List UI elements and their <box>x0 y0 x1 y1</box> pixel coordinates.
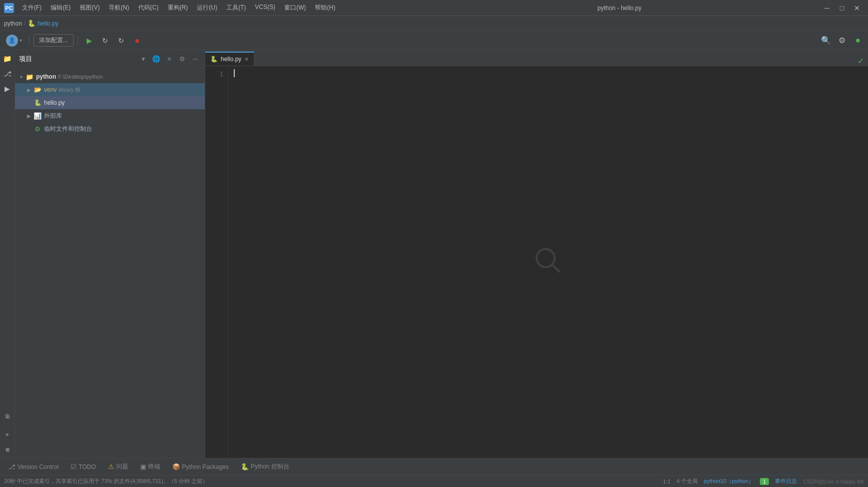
arrow-python-root: ▾ <box>17 73 25 81</box>
tree-label-temp: 临时文件和控制台 <box>44 125 92 133</box>
terminal-icon: ▣ <box>140 463 146 470</box>
editor-tab-hello-py[interactable]: 🐍 hello.py ✕ <box>205 52 254 66</box>
arrow-venv: ▶ <box>25 86 33 94</box>
temp-icon: ⚙ <box>33 124 42 133</box>
event-count-badge: 1 <box>760 478 769 485</box>
settings-button[interactable]: ⚙ <box>835 34 849 48</box>
line-numbers: 1 <box>205 66 228 458</box>
search-everywhere-button[interactable]: 🔍 <box>819 34 833 48</box>
tab-filename: hello.py <box>221 56 241 63</box>
maximize-button[interactable]: □ <box>835 3 849 14</box>
sidebar-collapse-all-button[interactable]: ≡ <box>164 54 175 65</box>
menu-refactor[interactable]: 重构(R) <box>164 2 192 14</box>
toolbar-right-tools: 🔍 ⚙ ● <box>819 34 865 48</box>
sidebar-dropdown-arrow: ▾ <box>138 54 149 65</box>
menu-run[interactable]: 运行(U) <box>193 2 221 14</box>
bottom-tab-python-console[interactable]: 🐍 Python 控制台 <box>236 460 294 473</box>
menu-edit[interactable]: 编辑(E) <box>47 2 75 14</box>
sidebar-globe-button[interactable]: 🌐 <box>151 54 162 65</box>
run-button[interactable]: ▶ <box>82 34 96 48</box>
tab-close-button[interactable]: ✕ <box>244 56 249 63</box>
bottom-tab-problems[interactable]: ⚠ 问题 <box>103 460 133 473</box>
encoding-info[interactable]: python10（python） <box>704 477 754 485</box>
bottom-tab-version-control[interactable]: ⎇ Version Control <box>3 461 64 472</box>
venv-icon: 📂 <box>33 85 42 94</box>
editor-checkmark: ✓ <box>857 56 868 66</box>
cursor-position[interactable]: 1:1 <box>663 478 670 484</box>
bottom-tab-python-packages[interactable]: 📦 Python Packages <box>167 461 234 472</box>
menu-navigate[interactable]: 导航(N) <box>105 2 133 14</box>
user-menu-button[interactable]: 👤 ▾ <box>3 34 25 48</box>
activity-bottom-2[interactable]: ⊞ <box>1 443 14 456</box>
activity-project-button[interactable]: 📁 <box>1 52 14 65</box>
breadcrumb-python[interactable]: python <box>4 20 22 27</box>
menu-code[interactable]: 代码(C) <box>134 2 163 14</box>
arrow-extlibs: ▶ <box>25 112 33 120</box>
svg-line-1 <box>552 265 559 272</box>
status-right: 1:1 4 个全局 python10（python） 1 事件日志 CSDN@L… <box>663 477 864 485</box>
tree-label-extlibs: 外部库 <box>44 112 62 120</box>
sidebar-header: 项目 ▾ 🌐 ≡ ⚙ ─ <box>15 50 205 68</box>
project-label: 项目 <box>19 55 136 64</box>
reload-button[interactable]: ↻ <box>98 34 112 48</box>
editor-tabs: 🐍 hello.py ✕ ✓ <box>205 50 868 66</box>
tree-item-python-root[interactable]: ▾ 📁 python F:\Desktop\python <box>15 70 205 83</box>
sidebar-more-button[interactable]: ⚙ <box>177 54 188 65</box>
column-info[interactable]: 4 个全局 <box>677 477 698 485</box>
python-file-icon: 🐍 <box>33 98 42 107</box>
activity-run-button[interactable]: ▶ <box>1 82 14 95</box>
arrow-hello <box>25 99 33 107</box>
user-dropdown-arrow: ▾ <box>20 38 22 43</box>
activity-bottom-1[interactable]: ≡ <box>1 428 14 441</box>
menu-vcs[interactable]: VCS(S) <box>251 2 279 14</box>
center-search-decoration <box>533 246 563 279</box>
breadcrumb-file[interactable]: hello.py <box>38 20 58 27</box>
tree-label-python: python <box>36 73 56 80</box>
problems-icon: ⚠ <box>108 463 114 470</box>
tree-item-temp[interactable]: ⚙ 临时文件和控制台 <box>15 122 205 135</box>
bottom-tab-console-label: Python 控制台 <box>251 462 289 471</box>
editor-area: 🐍 hello.py ✕ ✓ 1 <box>205 50 868 458</box>
menu-file[interactable]: 文件(F) <box>18 2 46 14</box>
app-icon: PC <box>4 3 14 13</box>
bottom-tab-todo[interactable]: ☑ TODO <box>66 461 101 472</box>
watermark-text: CSDN@Live a happy life <box>803 478 864 484</box>
stop-button[interactable]: ■ <box>130 34 144 48</box>
activity-bookmark-button[interactable]: 书签 <box>3 420 12 426</box>
add-config-button[interactable]: 添加配置... <box>34 34 74 47</box>
tab-python-icon: 🐍 <box>210 56 218 63</box>
sidebar: 项目 ▾ 🌐 ≡ ⚙ ─ ▾ 📁 python F:\Desktop\pytho… <box>15 50 205 458</box>
python-packages-icon: 📦 <box>172 463 180 470</box>
tree-item-external-libs[interactable]: ▶ 📊 外部库 <box>15 109 205 122</box>
menu-window[interactable]: 窗口(W) <box>280 2 310 14</box>
menu-tools[interactable]: 工具(T) <box>222 2 250 14</box>
code-editor[interactable] <box>228 66 868 458</box>
editor-content: 1 <box>205 66 868 458</box>
activity-bar: 📁 ⎇ ▶ 书签 ≡ ⊞ <box>0 50 15 458</box>
event-log-link[interactable]: 事件日志 <box>775 477 797 485</box>
toolbar-separator-2 <box>78 36 78 46</box>
bottom-tab-packages-label: Python Packages <box>182 463 229 470</box>
text-cursor <box>234 69 235 77</box>
bottom-tab-vc-label: Version Control <box>18 463 59 470</box>
tree-item-venv[interactable]: ▶ 📂 venv library 根 <box>15 83 205 96</box>
sidebar-hide-button[interactable]: ─ <box>190 54 201 65</box>
arrow-temp <box>25 125 33 133</box>
update-icon-button[interactable]: ● <box>851 34 865 48</box>
bottom-tab-terminal[interactable]: ▣ 终端 <box>135 460 165 473</box>
sidebar-tree: ▾ 📁 python F:\Desktop\python ▶ 📂 venv li… <box>15 68 205 458</box>
breadcrumb: python / 🐍 hello.py <box>4 20 59 27</box>
minimize-button[interactable]: ─ <box>820 3 834 14</box>
tree-path-python: F:\Desktop\python <box>58 74 103 80</box>
activity-vcs-button[interactable]: ⎇ <box>1 67 14 80</box>
line-number-1: 1 <box>205 69 223 79</box>
tree-badge-library: library 根 <box>59 86 81 94</box>
toolbar-separator-1 <box>29 36 30 46</box>
menu-view[interactable]: 视图(V) <box>76 2 104 14</box>
close-button[interactable]: ✕ <box>850 3 864 14</box>
tree-item-hello-py[interactable]: 🐍 hello.py <box>15 96 205 109</box>
debug-step-button[interactable]: ↻ <box>114 34 128 48</box>
folder-icon-python-root: 📁 <box>25 72 34 81</box>
menu-help[interactable]: 帮助(H) <box>311 2 339 14</box>
main-toolbar: 👤 ▾ 添加配置... ▶ ↻ ↻ ■ 🔍 ⚙ ● <box>0 31 868 50</box>
